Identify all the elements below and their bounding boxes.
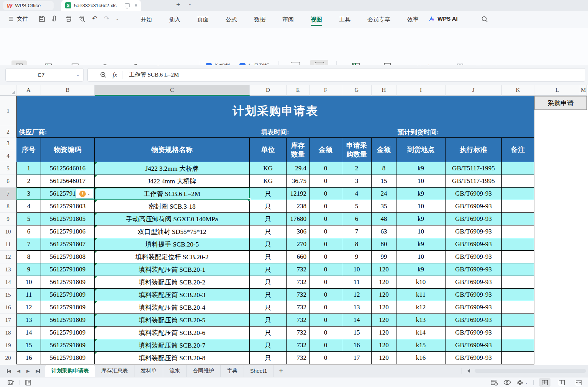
cell-I7[interactable]: k9 <box>396 188 446 200</box>
cell-K15[interactable] <box>502 289 534 301</box>
cell-H18[interactable]: 120 <box>372 327 396 339</box>
cell-C6[interactable]: J422 4mm 大桥牌 <box>95 175 250 188</box>
cell-B19[interactable]: 56125791809 <box>41 339 95 352</box>
cell-A17[interactable]: 13 <box>16 314 41 327</box>
macro-icon[interactable] <box>8 380 14 385</box>
cell-I17[interactable]: k13 <box>396 314 446 327</box>
cell-J8[interactable]: GB/T6909-93 <box>446 200 502 213</box>
sheet-tab-6[interactable]: Sheet1 <box>244 365 274 377</box>
cell-A8[interactable]: 4 <box>16 200 41 213</box>
cell-J20[interactable]: GB/T6909-93 <box>446 352 502 364</box>
cell-B10[interactable]: 56125791806 <box>41 225 95 238</box>
print-icon[interactable] <box>65 15 72 22</box>
menu-item-5[interactable]: 审阅 <box>274 12 302 28</box>
cell-A6[interactable]: 2 <box>16 175 41 188</box>
cell-D10[interactable]: 只 <box>250 225 287 238</box>
cell-H17[interactable]: 120 <box>372 314 396 327</box>
cell-I20[interactable]: k16 <box>396 352 446 364</box>
formula-input[interactable]: fx 工作管 SCB.6 L=2M <box>87 68 585 82</box>
cell-I13[interactable]: k9 <box>396 263 446 276</box>
cell-A7[interactable]: 3 <box>16 188 41 200</box>
cell-E8[interactable]: 238 <box>287 200 310 213</box>
add-sheet-button[interactable]: + <box>274 367 288 375</box>
column-header-I[interactable]: I <box>396 85 446 96</box>
select-all-corner[interactable] <box>0 85 16 96</box>
cell-F19[interactable]: 0 <box>310 339 342 352</box>
cell-G8[interactable]: 5 <box>342 200 372 213</box>
cell-F8[interactable]: 0 <box>310 200 342 213</box>
row-header-8[interactable]: 8 <box>0 200 16 213</box>
row-header-5[interactable]: 5 <box>0 162 16 175</box>
wps-office-home-tab[interactable]: W WPS Office <box>3 1 54 10</box>
cell-K20[interactable] <box>502 352 534 364</box>
cell-G5[interactable]: 2 <box>342 162 372 175</box>
cell-B15[interactable]: 56125791809 <box>41 289 95 301</box>
cell-K9[interactable] <box>502 213 534 225</box>
menu-item-9[interactable]: 效率 <box>399 12 427 28</box>
cell-J6[interactable]: GB/T5117-1995 <box>446 175 502 188</box>
cell-H14[interactable]: 120 <box>372 276 396 289</box>
table-header-7[interactable]: 金额 <box>372 137 396 162</box>
cell-E13[interactable]: 732 <box>287 263 310 276</box>
cell-E19[interactable]: 732 <box>287 339 310 352</box>
row-header-2[interactable]: 2 <box>0 126 16 137</box>
cell-D12[interactable]: 只 <box>250 251 287 263</box>
tab-list-chevron-icon[interactable]: ⌄ <box>188 2 192 6</box>
cell-J15[interactable]: GB/T6909-93 <box>446 289 502 301</box>
cell-K19[interactable] <box>502 339 534 352</box>
cell-I11[interactable]: k9 <box>396 238 446 251</box>
new-tab-button[interactable]: + <box>176 1 180 9</box>
cell-F18[interactable]: 0 <box>310 327 342 339</box>
row-header-4[interactable]: 4 <box>0 150 16 163</box>
cell-B16[interactable]: 56125791809 <box>41 301 95 314</box>
cell-C5[interactable]: J422 3.2mm 大桥牌 <box>95 162 250 175</box>
cell-H16[interactable]: 120 <box>372 301 396 314</box>
fx-icon[interactable]: fx <box>113 72 117 78</box>
cell-D9[interactable]: 只 <box>250 213 287 225</box>
column-header-G[interactable]: G <box>342 85 372 96</box>
cell-E16[interactable]: 732 <box>287 301 310 314</box>
file-menu[interactable]: ☰ 文件 <box>8 15 28 23</box>
cell-B5[interactable]: 56125646016 <box>41 162 95 175</box>
cell-E9[interactable]: 17680 <box>287 213 310 225</box>
cell-D19[interactable]: 只 <box>250 339 287 352</box>
row-header-18[interactable]: 18 <box>0 327 16 339</box>
cell-A18[interactable]: 14 <box>16 327 41 339</box>
cell-H13[interactable]: 120 <box>372 263 396 276</box>
document-tab[interactable]: S 5ae332c31c6c2.xls <box>61 0 141 11</box>
sheet-tab-1[interactable]: 库存汇总表 <box>95 365 134 377</box>
cell-I10[interactable]: 10 <box>396 225 446 238</box>
cell-G6[interactable]: 3 <box>342 175 372 188</box>
next-sheet-icon[interactable]: ▶ <box>26 369 29 374</box>
sheet-tab-4[interactable]: 合同维护 <box>187 365 221 377</box>
cell-H5[interactable]: 8 <box>372 162 396 175</box>
menu-item-7[interactable]: 工具 <box>331 12 359 28</box>
cell-K18[interactable] <box>502 327 534 339</box>
menu-item-0[interactable]: 开始 <box>132 12 161 28</box>
cell-J16[interactable]: GB/T6909-93 <box>446 301 502 314</box>
cell-J7[interactable]: GB/T6909-93 <box>446 188 502 200</box>
table-header-0[interactable]: 序号 <box>16 137 41 162</box>
highlight-icon[interactable]: ⌄ <box>516 379 528 385</box>
cell-C8[interactable]: 密封圈 SCB.3-18 <box>95 200 250 213</box>
row-header-10[interactable]: 10 <box>0 225 16 238</box>
cell-D17[interactable]: 只 <box>250 314 287 327</box>
cell-B20[interactable]: 56125791809 <box>41 352 95 364</box>
cell-F15[interactable]: 0 <box>310 289 342 301</box>
cell-D8[interactable]: 只 <box>250 200 287 213</box>
table-header-6[interactable]: 申请采购数量 <box>342 137 372 162</box>
cell-C15[interactable]: 填料装配压筒 SCB.20-3 <box>95 289 250 301</box>
table-header-4[interactable]: 库存数量 <box>287 137 310 162</box>
menu-item-6[interactable]: 视图 <box>302 12 331 28</box>
cell-G10[interactable]: 7 <box>342 225 372 238</box>
row-header-17[interactable]: 17 <box>0 314 16 327</box>
page-break-view-icon[interactable] <box>573 378 584 387</box>
row-header-12[interactable]: 12 <box>0 251 16 263</box>
cell-E7[interactable]: 12192 <box>287 188 310 200</box>
cell-G11[interactable]: 8 <box>342 238 372 251</box>
cell-G12[interactable]: 9 <box>342 251 372 263</box>
cell-F7[interactable]: 0 <box>310 188 342 200</box>
cell-E14[interactable]: 732 <box>287 276 310 289</box>
eye-icon[interactable] <box>503 380 511 385</box>
cell-H12[interactable]: 99 <box>372 251 396 263</box>
